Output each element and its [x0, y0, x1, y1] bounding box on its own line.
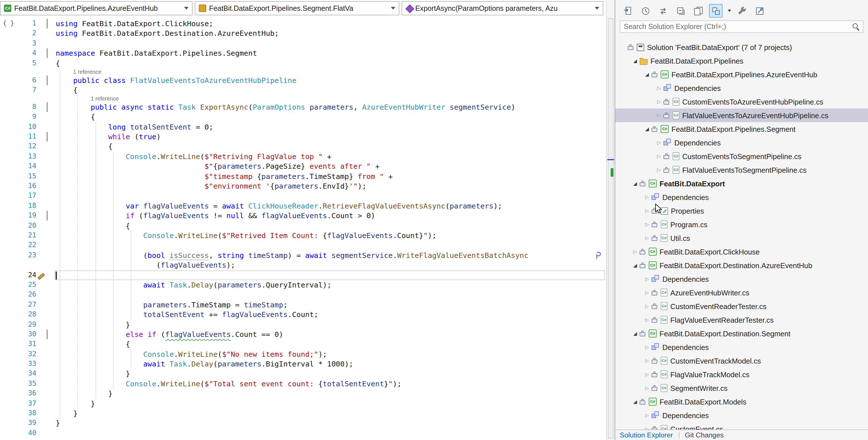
- fold-margin[interactable]: [46, 181, 56, 191]
- expander-icon[interactable]: ▷: [643, 290, 652, 295]
- fold-margin[interactable]: [46, 379, 56, 389]
- code-text[interactable]: parameters.TimeStamp = timeStamp;: [56, 300, 606, 310]
- scrollbar-thumb[interactable]: [608, 18, 614, 438]
- fold-margin[interactable]: [46, 428, 56, 438]
- fold-margin[interactable]: [46, 102, 56, 112]
- code-text[interactable]: }: [56, 418, 606, 428]
- expander-icon[interactable]: ▷: [630, 249, 640, 254]
- fold-margin[interactable]: [46, 340, 56, 349]
- code-text[interactable]: {: [56, 340, 606, 349]
- code-text[interactable]: namespace FeatBit.DataExport.Pipelines.S…: [56, 48, 606, 58]
- search-input[interactable]: [620, 21, 863, 32]
- expander-icon[interactable]: ▷: [643, 358, 652, 364]
- fold-margin[interactable]: [46, 162, 56, 171]
- code-text[interactable]: using FeatBit.DataExport.Destination.Azu…: [56, 29, 606, 39]
- codelens-references[interactable]: 1 reference: [56, 69, 101, 75]
- tree-item[interactable]: ▷Dependencies: [615, 81, 868, 95]
- pending-changes-filter-icon[interactable]: [639, 4, 652, 18]
- expander-icon[interactable]: ▷: [654, 99, 663, 104]
- tree-item[interactable]: ◢C#FeatBit.DataExport.Pipelines.Segment: [615, 122, 868, 136]
- expander-icon[interactable]: ◢: [643, 71, 652, 77]
- tree-item[interactable]: Solution 'FeatBit.DataExport' (7 of 7 pr…: [615, 40, 868, 54]
- expander-icon[interactable]: ▷: [643, 412, 652, 418]
- expander-icon[interactable]: ◢: [643, 126, 652, 132]
- expander-icon[interactable]: ▷: [654, 167, 663, 173]
- nav-dropdown-project[interactable]: C#FeatBit.DataExport.Pipelines.AzureEven…: [0, 1, 193, 15]
- tab-git-changes[interactable]: Git Changes: [685, 431, 724, 439]
- fold-margin[interactable]: [46, 122, 56, 132]
- expander-icon[interactable]: ▷: [643, 276, 652, 282]
- expander-icon[interactable]: ▷: [643, 344, 652, 350]
- fold-margin[interactable]: [46, 310, 56, 320]
- view-switcher-icon[interactable]: [709, 4, 722, 18]
- fold-margin[interactable]: [46, 211, 56, 221]
- code-text[interactable]: 1 reference: [56, 95, 606, 102]
- collapse-region-icon[interactable]: [46, 19, 48, 28]
- fold-margin[interactable]: [46, 58, 56, 68]
- collapse-all-icon[interactable]: [674, 4, 687, 18]
- code-text[interactable]: using FeatBit.DataExport.ClickHouse;: [56, 19, 606, 29]
- code-text[interactable]: Console.WriteLine($"No new items found;"…: [56, 349, 606, 359]
- properties-icon[interactable]: [753, 4, 766, 18]
- expander-icon[interactable]: ◢: [630, 262, 640, 268]
- fold-margin[interactable]: [46, 112, 56, 122]
- code-text[interactable]: {: [56, 58, 606, 68]
- tree-item[interactable]: ◢C#FeatBit.DataExport.Destination.AzureE…: [615, 258, 868, 272]
- fold-margin[interactable]: [46, 300, 56, 310]
- code-text[interactable]: await Task.Delay(parameters.QueryInterva…: [56, 280, 606, 290]
- fold-margin[interactable]: [46, 142, 56, 152]
- code-text[interactable]: [56, 428, 606, 438]
- expander-icon[interactable]: ▷: [654, 153, 663, 159]
- suggestion-margin-icon[interactable]: [595, 252, 601, 260]
- tree-item[interactable]: ▷C#FlatValueEventsToSegmentPipeline.cs: [615, 163, 868, 177]
- expander-icon[interactable]: ▷: [643, 194, 652, 200]
- nav-dropdown-member[interactable]: ExportAsync(ParamOptions parameters, Azu: [402, 1, 603, 15]
- collapse-region-icon[interactable]: [46, 102, 48, 112]
- sync-icon[interactable]: [656, 4, 670, 18]
- fold-margin[interactable]: [46, 221, 56, 231]
- code-text[interactable]: $"environment '{parameters.EnvId}'");: [56, 181, 606, 191]
- tree-item[interactable]: ▷C#Util.cs: [615, 231, 868, 245]
- fold-margin[interactable]: [46, 171, 56, 181]
- expander-icon[interactable]: ▷: [643, 208, 652, 214]
- tree-item[interactable]: ▷Dependencies: [615, 136, 868, 149]
- code-text[interactable]: $"timestamp {parameters.TimeStamp} from …: [56, 171, 606, 181]
- fold-margin[interactable]: [46, 95, 56, 102]
- code-text[interactable]: long totalSentEvent = 0;: [56, 122, 606, 132]
- fold-margin[interactable]: [46, 369, 56, 379]
- fold-margin[interactable]: [46, 241, 56, 251]
- fold-margin[interactable]: [46, 260, 56, 270]
- fold-margin[interactable]: [46, 191, 56, 201]
- nav-dropdown-type[interactable]: FeatBit.DataExport.Pipelines.Segment.Fla…: [195, 1, 399, 15]
- code-text[interactable]: }: [56, 399, 606, 408]
- code-text[interactable]: public class FlatValueEventsToAzureEvent…: [56, 75, 606, 85]
- code-text[interactable]: {: [56, 142, 606, 152]
- expander-icon[interactable]: ▷: [654, 140, 663, 146]
- code-text[interactable]: {: [56, 112, 606, 122]
- tree-item[interactable]: ▷C#CustomEventReaderTester.cs: [615, 300, 868, 313]
- expander-icon[interactable]: ▷: [643, 317, 652, 323]
- solution-search-box[interactable]: [620, 21, 864, 33]
- fold-margin[interactable]: [46, 85, 56, 95]
- fold-margin[interactable]: [46, 320, 56, 329]
- expander-icon[interactable]: ◢: [630, 181, 640, 186]
- code-text[interactable]: $"{parameters.PageSize} events after " +: [56, 162, 606, 171]
- code-text[interactable]: 1 reference: [56, 68, 606, 75]
- code-text[interactable]: var flagValueEvents = await ClickHouseRe…: [56, 201, 606, 211]
- code-text[interactable]: }: [56, 408, 606, 418]
- tree-item[interactable]: ◢C#FeatBit.DataExport.Pipelines.AzureEve…: [615, 68, 868, 81]
- fold-margin[interactable]: [46, 408, 56, 418]
- tree-item[interactable]: ▷C#FlagValueTrackModel.cs: [615, 368, 868, 381]
- tree-item[interactable]: ◢FeatBit.DataExport.Pipelines: [615, 54, 868, 68]
- code-text[interactable]: totalSentEvent += flagValueEvents.Count;: [56, 310, 606, 320]
- expander-icon[interactable]: ▷: [643, 372, 652, 377]
- sync-active-document-icon[interactable]: [621, 4, 634, 18]
- code-text[interactable]: {: [56, 85, 606, 95]
- tree-item[interactable]: ▷Properties: [615, 204, 868, 218]
- code-text[interactable]: (bool isSuccess, string timeStamp) = awa…: [56, 251, 606, 260]
- tree-item[interactable]: ▷C#Program.cs: [615, 218, 868, 231]
- collapse-region-icon[interactable]: [46, 48, 48, 58]
- fold-margin[interactable]: [46, 270, 56, 280]
- code-text[interactable]: [56, 270, 606, 280]
- fold-margin[interactable]: [46, 280, 56, 290]
